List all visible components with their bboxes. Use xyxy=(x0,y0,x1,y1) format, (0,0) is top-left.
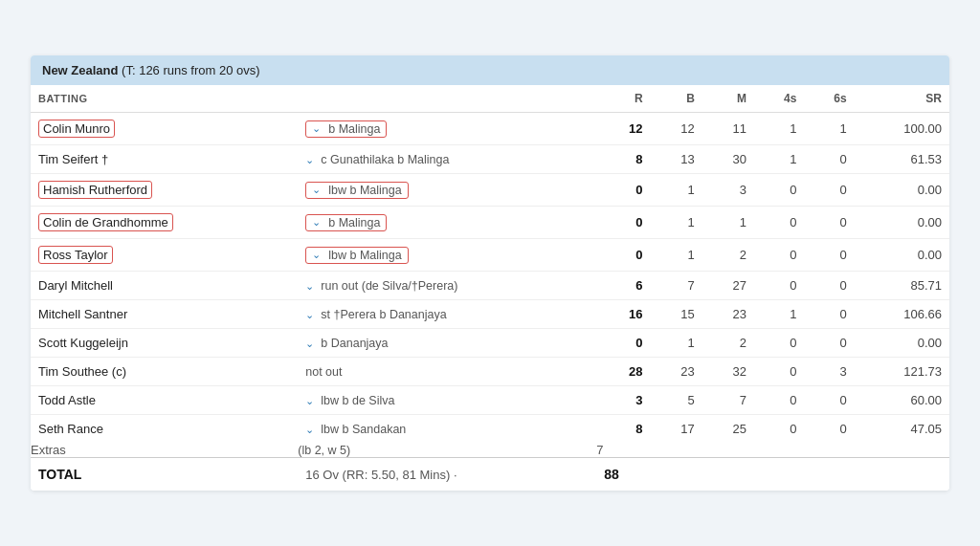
stat-value: 25 xyxy=(702,415,754,444)
chevron-icon: ⌄ xyxy=(312,122,321,135)
dismissal-text: b Malinga xyxy=(328,216,380,229)
chevron-icon: ⌄ xyxy=(305,280,317,292)
stat-value: 2 xyxy=(702,239,754,272)
stat-value: 0 xyxy=(754,386,804,415)
stat-value: 1 xyxy=(651,207,702,239)
dismissal-text: not out xyxy=(305,365,342,379)
stat-value: 27 xyxy=(702,272,754,300)
dismissal: not out xyxy=(298,358,596,386)
stat-value: 12 xyxy=(651,113,702,145)
stat-value: 0 xyxy=(804,415,854,444)
batsman-name: Daryl Mitchell xyxy=(31,272,298,300)
stat-value: 0.00 xyxy=(855,207,949,239)
stat-value: 0 xyxy=(804,207,854,239)
dismissal-text: b Dananjaya xyxy=(321,337,388,350)
stat-value: 0 xyxy=(804,386,854,415)
table-row: Hamish Rutherford⌄ lbw b Malinga013000.0… xyxy=(31,174,949,207)
runs-value: 6 xyxy=(596,272,650,300)
boxed-name: Ross Taylor xyxy=(38,246,113,264)
batsman-name: Seth Rance xyxy=(31,415,298,444)
stat-value: 121.73 xyxy=(855,358,949,386)
dismissal: ⌄ run out (de Silva/†Perera) xyxy=(298,272,596,300)
col-r: R xyxy=(596,85,650,113)
dismissal: ⌄ lbw b de Silva xyxy=(298,386,596,415)
chevron-icon: ⌄ xyxy=(305,395,317,406)
extras-row: Extras (lb 2, w 5) 7 xyxy=(31,443,949,458)
runs-value: 0 xyxy=(596,329,650,358)
table-row: Ross Taylor⌄ lbw b Malinga012000.00 xyxy=(31,239,949,272)
col-4s: 4s xyxy=(754,85,804,113)
table-row: Colin Munro⌄ b Malinga12121111100.00 xyxy=(31,113,949,145)
dismissal: ⌄ c Gunathilaka b Malinga xyxy=(298,145,596,174)
stat-value: 13 xyxy=(651,145,702,174)
stat-value: 7 xyxy=(651,272,702,300)
chevron-icon: ⌄ xyxy=(305,338,317,349)
runs-value: 8 xyxy=(596,145,650,174)
table-row: Todd Astle⌄ lbw b de Silva3570060.00 xyxy=(31,386,949,415)
table-row: Colin de Grandhomme⌄ b Malinga011000.00 xyxy=(31,207,949,239)
col-6s: 6s xyxy=(804,85,854,113)
boxed-dismissal: ⌄ b Malinga xyxy=(305,214,387,231)
runs-value: 0 xyxy=(596,207,650,239)
batsman-name: Hamish Rutherford xyxy=(31,174,298,207)
stat-value: 106.66 xyxy=(855,300,949,329)
dismissal-text: run out (de Silva/†Perera) xyxy=(321,279,457,293)
runs-value: 28 xyxy=(596,358,650,386)
batsman-name: Mitchell Santner xyxy=(31,300,298,329)
boxed-name: Colin Munro xyxy=(38,120,115,138)
dismissal: ⌄ lbw b Malinga xyxy=(298,239,596,272)
dismissal: ⌄ st †Perera b Dananjaya xyxy=(298,300,596,329)
stat-value: 0 xyxy=(804,239,854,272)
table-row: Mitchell Santner⌄ st †Perera b Dananjaya… xyxy=(31,300,949,329)
dismissal-text: lbw b de Silva xyxy=(321,394,394,407)
col-batting: BATTING xyxy=(31,85,298,113)
stat-value: 1 xyxy=(651,239,702,272)
boxed-name: Colin de Grandhomme xyxy=(38,213,173,231)
stat-value: 1 xyxy=(702,207,754,239)
stat-value: 0 xyxy=(754,329,804,358)
stat-value: 11 xyxy=(702,113,754,145)
boxed-name: Hamish Rutherford xyxy=(38,181,152,199)
column-headers: BATTING R B M 4s 6s SR xyxy=(31,85,949,113)
stat-value: 1 xyxy=(754,145,804,174)
dismissal-text: lbw b Malinga xyxy=(328,249,401,262)
stat-value: 60.00 xyxy=(855,386,949,415)
batsman-name: Ross Taylor xyxy=(31,239,298,272)
batsman-name: Tim Southee (c) xyxy=(31,358,298,386)
table-row: Tim Seifert †⌄ c Gunathilaka b Malinga81… xyxy=(31,145,949,174)
boxed-dismissal: ⌄ lbw b Malinga xyxy=(305,247,408,264)
batsman-name: Colin Munro xyxy=(31,113,298,145)
dismissal-text: st †Perera b Dananjaya xyxy=(321,308,446,321)
stat-value: 1 xyxy=(651,329,702,358)
stat-value: 3 xyxy=(702,174,754,207)
team-name: New Zealand xyxy=(42,63,118,77)
table-row: Scott Kuggeleijn⌄ b Dananjaya012000.00 xyxy=(31,329,949,358)
target-note: (T: 126 runs from 20 ovs) xyxy=(122,63,260,77)
col-sr: SR xyxy=(855,85,949,113)
stat-value: 0.00 xyxy=(855,239,949,272)
scorecard: New Zealand (T: 126 runs from 20 ovs) BA… xyxy=(31,55,949,491)
stat-value: 23 xyxy=(702,300,754,329)
boxed-dismissal: ⌄ b Malinga xyxy=(305,120,387,138)
table-row: Seth Rance⌄ lbw b Sandakan817250047.05 xyxy=(31,415,949,444)
chevron-icon: ⌄ xyxy=(312,216,321,229)
stat-value: 47.05 xyxy=(855,415,949,444)
dismissal-text: lbw b Sandakan xyxy=(321,423,406,436)
dismissal: ⌄ b Malinga xyxy=(298,113,596,145)
batsman-name: Todd Astle xyxy=(31,386,298,415)
stat-value: 0 xyxy=(754,415,804,444)
stat-value: 0 xyxy=(804,329,854,358)
runs-value: 8 xyxy=(596,415,650,444)
chevron-icon: ⌄ xyxy=(305,154,317,165)
stat-value: 1 xyxy=(651,174,702,207)
stat-value: 0 xyxy=(754,174,804,207)
batsman-name: Scott Kuggeleijn xyxy=(31,329,298,358)
stat-value: 0 xyxy=(804,272,854,300)
dismissal: ⌄ b Dananjaya xyxy=(298,329,596,358)
extras-label: Extras xyxy=(31,443,298,458)
table-row: Tim Southee (c)not out28233203121.73 xyxy=(31,358,949,386)
stat-value: 0 xyxy=(804,174,854,207)
extras-value: 7 xyxy=(596,443,650,458)
stat-value: 0 xyxy=(754,272,804,300)
batsman-name: Colin de Grandhomme xyxy=(31,207,298,239)
